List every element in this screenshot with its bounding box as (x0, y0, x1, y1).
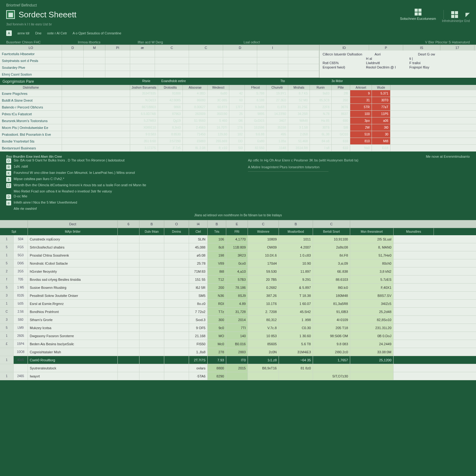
lg-sub-header[interactable]: Clel (189, 228, 208, 235)
mid-cell[interactable]: 3534T835 (130, 90, 158, 97)
lg-row[interactable]: 1S04Cunstredx ropEoorySLIN1064,177010809… (0, 235, 476, 243)
lg-cell[interactable]: 85605 (248, 340, 279, 348)
lg-cell[interactable] (164, 292, 189, 299)
lg-cell[interactable] (118, 372, 139, 380)
lg-rownum[interactable]: 3 (0, 292, 14, 299)
lg-cell[interactable]: 10809 (248, 235, 279, 243)
mid-cell[interactable]: 350190 (208, 111, 229, 117)
lg-cell[interactable] (118, 259, 139, 267)
ug-cell[interactable] (130, 57, 155, 64)
lg-sub-header[interactable]: Dnrins (164, 228, 189, 235)
lg-cell[interactable]: 6E.838 (313, 267, 350, 275)
lg-row[interactable]: 22G5hGırster fleoyotrty71M:838t84,a1059.… (0, 267, 476, 275)
lg-cell[interactable]: ovlars (189, 364, 208, 372)
lg-cell[interactable]: 10,91100 (313, 235, 350, 243)
ug-cell[interactable] (288, 51, 319, 57)
mid-cell[interactable]: 35158 (267, 124, 288, 131)
ug-cell[interactable] (62, 71, 84, 77)
lg-cell[interactable] (118, 308, 139, 315)
lg-cell[interactable] (164, 300, 189, 307)
mid-cell[interactable]: GcDl15 (245, 117, 267, 124)
lg-cell[interactable]: T 18.38 (279, 292, 313, 299)
ug-cell[interactable] (84, 51, 105, 57)
mid-cell[interactable]: 14.23'80 (267, 111, 288, 117)
mid-cell[interactable]: Ns0 (350, 145, 372, 151)
lg-cell[interactable] (118, 292, 139, 299)
lg-cell[interactable]: Sıod.3 (189, 316, 208, 324)
lg-cell[interactable]: 11B:809 (226, 243, 248, 251)
lg-cell[interactable]: 25,2d48 (350, 308, 394, 315)
mid-sub-col[interactable]: Drotostits (158, 85, 183, 90)
lg-cell[interactable]: SLIN (189, 235, 208, 243)
mid-sub-col[interactable]: Chunvitr (267, 85, 288, 90)
lg-cell[interactable]: N36 (208, 292, 226, 299)
lg-cell[interactable]: 1 0.c83 (279, 251, 313, 259)
lg-row[interactable]: 38105Pessltrstl Sokrw 3outstte OniserSM5… (0, 292, 476, 300)
lg-cell[interactable] (226, 372, 248, 380)
lg-cell[interactable]: 2883 (226, 348, 248, 356)
mid-cell[interactable]: 19.9Y1 (267, 90, 288, 97)
lg-cell[interactable]: 9.291 (279, 275, 313, 283)
lg-cell[interactable] (139, 275, 164, 283)
mid-cell[interactable]: 1T6 (229, 124, 245, 131)
lg-col-header[interactable]: B (279, 220, 313, 228)
lg-col-header[interactable]: Dect (28, 220, 118, 228)
lg-cell[interactable]: 198 (208, 251, 226, 259)
lg-cell[interactable] (139, 340, 164, 348)
lg-cell[interactable]: V89 (208, 259, 226, 267)
mid-cell[interactable]: 610 (332, 145, 350, 151)
mid-cell[interactable]: 6s80 (208, 90, 229, 97)
ug-cell[interactable] (257, 71, 288, 77)
lg-cell[interactable]: 31,728 (226, 308, 248, 315)
mid-sub-col[interactable]: Runin (310, 85, 332, 90)
lg-cell[interactable]: 20 7B5 (248, 275, 279, 283)
lg-rownum[interactable]: 5 (0, 284, 14, 291)
lg-cell[interactable] (164, 284, 189, 291)
lg-cell[interactable]: 8290 (208, 372, 226, 380)
mid-cell[interactable]: 31.2SE (288, 104, 310, 110)
mid-cell[interactable]: SI8 (332, 124, 350, 131)
lg-cell[interactable]: Mc0 (208, 340, 226, 348)
mid-cell[interactable]: 8.00627 (183, 104, 208, 110)
lg-cell[interactable]: 4I·0109 (313, 316, 350, 324)
lg-row[interactable]: C2.56Bondhios Prstrlront7 72o2T7z31,7282… (0, 308, 476, 316)
lg-cell[interactable]: 2014 (226, 316, 248, 324)
ug-row[interactable]: Soutardey Ptve (0, 64, 319, 71)
lg-cell[interactable]: 2. 7208 (248, 308, 279, 315)
mid-cell[interactable]: 22F8 (310, 104, 332, 110)
lg-cell[interactable] (350, 372, 394, 380)
note-icon[interactable]: D (6, 194, 11, 199)
lg-cell[interactable] (118, 364, 139, 372)
mid-row[interactable]: Bondie Ynsrtretsrl 5ts351 6:603:57290£58… (0, 138, 476, 145)
lg-cell[interactable]: V.7c.8 (248, 324, 279, 332)
lg-cell[interactable]: ·5TA6 (189, 372, 208, 380)
mid-cell[interactable]: 86080 (183, 97, 208, 104)
lg-row[interactable]: £15P4Beden Ais Besins bsclyeSsilcFlS50Mc… (0, 340, 476, 348)
mid-sub-col[interactable]: Joshon Bsruensts (130, 85, 158, 90)
lg-cell[interactable]: 231.31L20 (350, 324, 394, 332)
lg-cell[interactable] (164, 356, 189, 364)
mid-row[interactable]: Mocm Pis | Onrindutweiske EeX0891108,3nt… (0, 124, 476, 131)
lg-row[interactable]: 51 M5Susioe Bosenn Rtusbirgl6J 5R20078.1… (0, 284, 476, 292)
ug-cell[interactable] (105, 57, 130, 64)
mid-cell[interactable]: 3S14.R8 (288, 145, 310, 151)
table-view-icon[interactable] (451, 11, 458, 18)
lg-cell[interactable]: 387.26 (248, 292, 279, 299)
lg-cell[interactable]: 10.90 (279, 259, 313, 267)
lg-rownum[interactable]: 1 (0, 300, 14, 307)
lg-sub-header[interactable]: Dulv Ihtan (139, 228, 164, 235)
ug-cell[interactable] (62, 51, 84, 57)
mid-cell[interactable]: 495 (267, 131, 288, 138)
mid-cell[interactable]: 77aT (372, 104, 390, 110)
lg-cell[interactable] (118, 251, 139, 259)
lg-cell[interactable]: & 5.897 (279, 284, 313, 291)
lg-col-header[interactable]: 6 (118, 220, 139, 228)
lg-cell[interactable] (164, 251, 189, 259)
lg-cell[interactable] (164, 332, 189, 340)
lg-row[interactable]: Syutrerateutstockovlars88002015B8,9xT168… (0, 364, 476, 372)
lg-cell[interactable]: 24.2449 (350, 340, 394, 348)
lg-cell[interactable]: 205 T18 (313, 324, 350, 332)
lg-cell[interactable]: FlS50 (189, 340, 208, 348)
ug-cell[interactable] (84, 64, 105, 71)
ug-cell[interactable] (155, 51, 189, 57)
